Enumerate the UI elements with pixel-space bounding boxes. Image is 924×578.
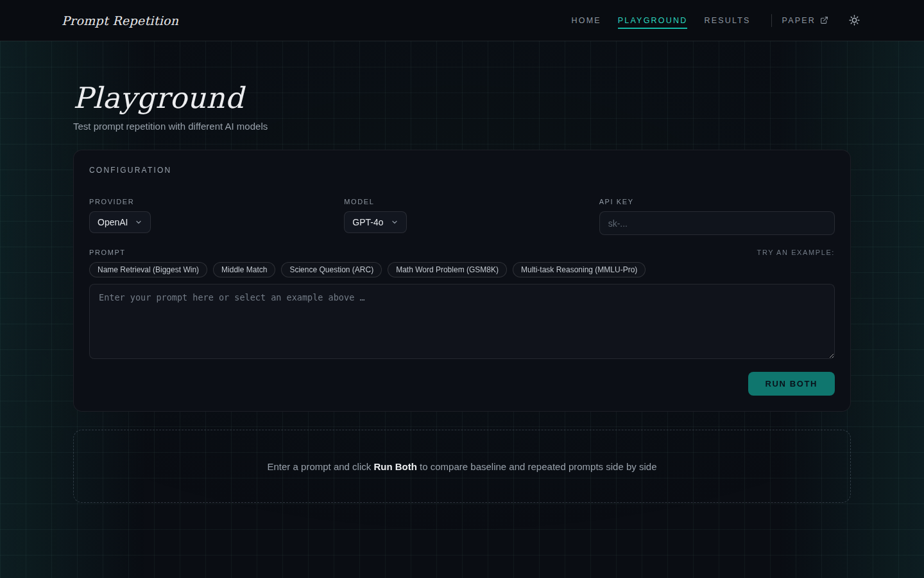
empty-state-suffix: to compare baseline and repeated prompts…	[417, 461, 657, 472]
provider-selected-value: OpenAI	[98, 217, 128, 227]
main-content: Playground Test prompt repetition with d…	[73, 81, 851, 503]
top-nav: Prompt Repetition HOME PLAYGROUND RESULT…	[0, 0, 924, 41]
nav-item-results[interactable]: RESULTS	[704, 12, 750, 29]
api-key-label: API KEY	[599, 198, 835, 206]
results-empty-state: Enter a prompt and click Run Both to com…	[73, 430, 851, 503]
prompt-textarea[interactable]	[89, 284, 835, 359]
example-chips: Name Retrieval (Biggest Win) Middle Matc…	[89, 262, 835, 277]
provider-label: PROVIDER	[89, 198, 325, 206]
empty-state-text: Enter a prompt and click Run Both to com…	[268, 461, 657, 472]
example-chip-science-question[interactable]: Science Question (ARC)	[281, 262, 382, 277]
config-form-row: PROVIDER OpenAI MODEL GPT-4o API KEY	[89, 198, 835, 235]
nav-item-paper[interactable]: PAPER	[782, 12, 828, 29]
provider-select[interactable]: OpenAI	[89, 211, 151, 233]
nav-item-playground[interactable]: PLAYGROUND	[618, 12, 688, 29]
try-example-label: TRY AN EXAMPLE:	[757, 249, 835, 256]
paper-link-label: PAPER	[782, 16, 816, 25]
nav-item-home[interactable]: HOME	[572, 12, 601, 29]
example-chip-multitask-reasoning[interactable]: Multi-task Reasoning (MMLU-Pro)	[513, 262, 646, 277]
sun-icon	[849, 15, 860, 26]
model-label: MODEL	[344, 198, 579, 206]
api-key-field: API KEY	[599, 198, 835, 235]
chevron-down-icon	[135, 218, 142, 226]
configuration-card: CONFIGURATION PROVIDER OpenAI MODEL GPT-…	[73, 150, 851, 412]
empty-state-prefix: Enter a prompt and click	[268, 461, 374, 472]
empty-state-bold: Run Both	[373, 461, 416, 472]
page-title: Playground	[73, 81, 851, 115]
model-field: MODEL GPT-4o	[344, 198, 579, 235]
configuration-heading: CONFIGURATION	[89, 166, 835, 175]
chevron-down-icon	[391, 218, 398, 226]
page-header: Playground Test prompt repetition with d…	[73, 81, 851, 132]
brand-logo[interactable]: Prompt Repetition	[62, 13, 178, 28]
example-chip-name-retrieval[interactable]: Name Retrieval (Biggest Win)	[89, 262, 207, 277]
model-select[interactable]: GPT-4o	[344, 211, 406, 233]
prompt-header-row: PROMPT TRY AN EXAMPLE:	[89, 249, 835, 256]
theme-toggle-button[interactable]	[849, 15, 860, 26]
example-chip-middle-match[interactable]: Middle Match	[213, 262, 275, 277]
card-actions: RUN BOTH	[89, 372, 835, 396]
example-chip-math-word-problem[interactable]: Math Word Problem (GSM8K)	[388, 262, 507, 277]
external-link-icon	[820, 16, 828, 24]
nav-links: HOME PLAYGROUND RESULTS PAPER	[555, 12, 860, 29]
provider-field: PROVIDER OpenAI	[89, 198, 325, 235]
model-selected-value: GPT-4o	[352, 217, 383, 227]
nav-divider	[771, 14, 772, 27]
prompt-label: PROMPT	[89, 249, 126, 256]
api-key-input[interactable]	[599, 211, 835, 235]
run-both-button[interactable]: RUN BOTH	[748, 372, 835, 396]
page-subtitle: Test prompt repetition with different AI…	[73, 121, 851, 132]
